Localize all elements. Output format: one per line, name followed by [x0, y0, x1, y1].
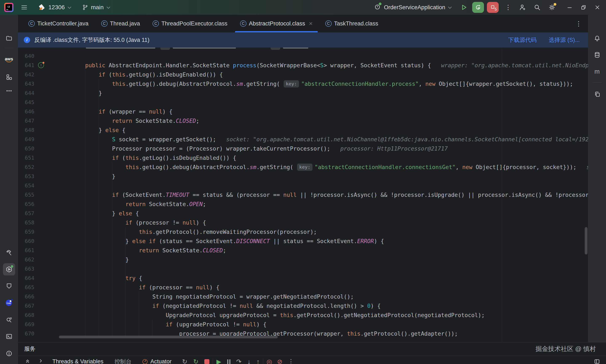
code-line-660[interactable]: 660 } else if (status == SocketEvent.DIS…: [18, 236, 588, 246]
code-line-656[interactable]: 656 return SocketState.OPEN;: [18, 200, 588, 209]
main-menu-icon[interactable]: [21, 4, 27, 11]
add-user-button[interactable]: [519, 4, 526, 11]
resume-icon[interactable]: ▶: [216, 359, 221, 364]
code-line-650[interactable]: 650 Processor processor = (Processor) wr…: [18, 144, 588, 153]
stop-process-icon[interactable]: [204, 359, 209, 364]
line-number[interactable]: 651: [18, 153, 34, 163]
line-number[interactable]: 661: [18, 246, 34, 255]
run-button[interactable]: [460, 4, 468, 11]
code-line-655[interactable]: 655 if (SocketEvent.TIMEOUT == status &&…: [18, 190, 588, 200]
project-tool-button[interactable]: [6, 35, 13, 42]
hide-panel-button[interactable]: [25, 358, 30, 364]
code-line-665[interactable]: 665 if (processor == null) {: [18, 283, 588, 292]
services-tool-button[interactable]: [3, 263, 15, 275]
find-tool-button[interactable]: [6, 316, 13, 323]
shield-tool-button[interactable]: [6, 283, 13, 289]
line-number[interactable]: 666: [18, 292, 34, 301]
code-line-641[interactable]: 641↑ public AbstractEndpoint.Handler.Soc…: [18, 61, 588, 70]
line-number[interactable]: 667: [18, 301, 34, 311]
build-tool-button[interactable]: [6, 249, 13, 256]
code-line-652[interactable]: 652 this.getLog().debug(AbstractProtocol…: [18, 163, 588, 172]
tab-close-icon[interactable]: ×: [309, 20, 313, 27]
line-number[interactable]: 655: [18, 190, 34, 200]
window-minimize-button[interactable]: [566, 4, 573, 11]
code-line-658[interactable]: 658 if (processor != null) {: [18, 218, 588, 227]
code-line-651[interactable]: 651 if (this.getLog().isDebugEnabled()) …: [18, 153, 588, 163]
line-number[interactable]: 648: [18, 126, 34, 135]
line-number[interactable]: 652: [18, 163, 34, 172]
line-number[interactable]: 657: [18, 209, 34, 218]
branch-widget[interactable]: main: [82, 4, 109, 11]
line-number[interactable]: 643: [18, 79, 34, 89]
terminal-tool-button[interactable]: [6, 333, 13, 340]
code-line-644[interactable]: 644 }: [18, 89, 588, 98]
line-number[interactable]: 650: [18, 144, 34, 153]
code-line-661[interactable]: 661 return SocketState.CLOSED;: [18, 246, 588, 255]
line-number[interactable]: 645: [18, 98, 34, 107]
line-number[interactable]: 644: [18, 89, 34, 98]
code-line-657[interactable]: 657 } else {: [18, 209, 588, 218]
more-actions-icon[interactable]: ⋮: [505, 4, 511, 11]
code-line-649[interactable]: 649 S socket = wrapper.getSocket(); sock…: [18, 135, 588, 144]
code-line-partial[interactable]: [18, 48, 588, 52]
code-line-647[interactable]: 647 return SocketState.CLOSED;: [18, 116, 588, 126]
maven-tool-button[interactable]: m: [594, 68, 600, 75]
project-widget[interactable]: 12306: [39, 4, 70, 11]
stop-button[interactable]: 5: [487, 2, 499, 13]
line-number[interactable]: 659: [18, 227, 34, 236]
tab-thread[interactable]: C Thread.java: [95, 15, 147, 32]
more-tool-windows-button[interactable]: [6, 88, 13, 94]
code-line-653[interactable]: 653 }: [18, 172, 588, 181]
tab-console[interactable]: 控制台: [114, 358, 132, 364]
lua-tool-button[interactable]: Lua: [6, 299, 13, 306]
expand-tree-button[interactable]: [38, 358, 43, 364]
line-number[interactable]: 668: [18, 311, 34, 320]
step-out-icon[interactable]: ↑: [256, 359, 260, 364]
line-number[interactable]: 669: [18, 320, 34, 329]
view-breakpoints-icon[interactable]: ◎: [267, 359, 272, 364]
line-number[interactable]: 641: [18, 61, 34, 70]
code-line-645[interactable]: 645: [18, 98, 588, 107]
rerun-debug-icon[interactable]: ↻: [193, 359, 198, 364]
problems-tool-button[interactable]: [6, 350, 13, 357]
line-number[interactable]: 656: [18, 200, 34, 209]
step-over-icon[interactable]: ↷: [236, 359, 242, 364]
tab-abstractprotocol[interactable]: C AbstractProtocol.class ×: [234, 15, 319, 32]
line-number[interactable]: 663: [18, 264, 34, 273]
overrides-method-gutter-icon[interactable]: ↑: [38, 62, 44, 68]
run-configuration-widget[interactable]: OrderServiceApplication: [374, 3, 451, 12]
line-number[interactable]: 647: [18, 116, 34, 126]
tab-threadpoolexecutor[interactable]: C ThreadPoolExecutor.class: [146, 15, 234, 32]
tab-actuator[interactable]: Actuator: [150, 358, 172, 364]
layout-settings-button[interactable]: [594, 358, 600, 364]
code-line-646[interactable]: 646 if (wrapper == null) {: [18, 107, 588, 116]
code-line-666[interactable]: 666 String negotiatedProtocol = wrapper.…: [18, 292, 588, 301]
line-number[interactable]: 646: [18, 107, 34, 116]
vertical-scrollbar[interactable]: [585, 227, 588, 254]
code-line-640[interactable]: 640: [18, 52, 588, 61]
notifications-tool-button[interactable]: [594, 35, 601, 42]
code-line-669[interactable]: 669 if (upgradeProtocol != null) {: [18, 320, 588, 329]
line-number[interactable]: 665: [18, 283, 34, 292]
line-number[interactable]: 642: [18, 70, 34, 79]
code-editor[interactable]: 640641↑ public AbstractEndpoint.Handler.…: [18, 48, 588, 342]
code-line-659[interactable]: 659 this.getProtocol().removeWaitingProc…: [18, 227, 588, 236]
window-close-button[interactable]: [594, 4, 601, 11]
rerun-icon[interactable]: ↻: [182, 359, 187, 364]
line-number[interactable]: 662: [18, 255, 34, 264]
toolbar-more-icon[interactable]: ⋮: [288, 359, 294, 364]
tab-threads-variables[interactable]: Threads & Variables: [52, 358, 104, 364]
line-number[interactable]: 660: [18, 236, 34, 246]
line-number[interactable]: 649: [18, 135, 34, 144]
code-line-642[interactable]: 642 if (this.getLog().isDebugEnabled()) …: [18, 70, 588, 79]
line-number[interactable]: 664: [18, 273, 34, 283]
tab-ticketcontroller[interactable]: C TicketController.java: [22, 15, 95, 32]
code-line-667[interactable]: 667 if (negotiatedProtocol != null && ne…: [18, 301, 588, 311]
database-tool-button[interactable]: [594, 52, 601, 58]
line-number[interactable]: 640: [18, 52, 34, 61]
line-number[interactable]: 658: [18, 218, 34, 227]
code-line-663[interactable]: 663: [18, 264, 588, 273]
step-into-icon[interactable]: ↓: [247, 359, 251, 364]
code-line-664[interactable]: 664 try {: [18, 273, 588, 283]
tab-taskthread[interactable]: C TaskThread.class: [319, 15, 385, 32]
